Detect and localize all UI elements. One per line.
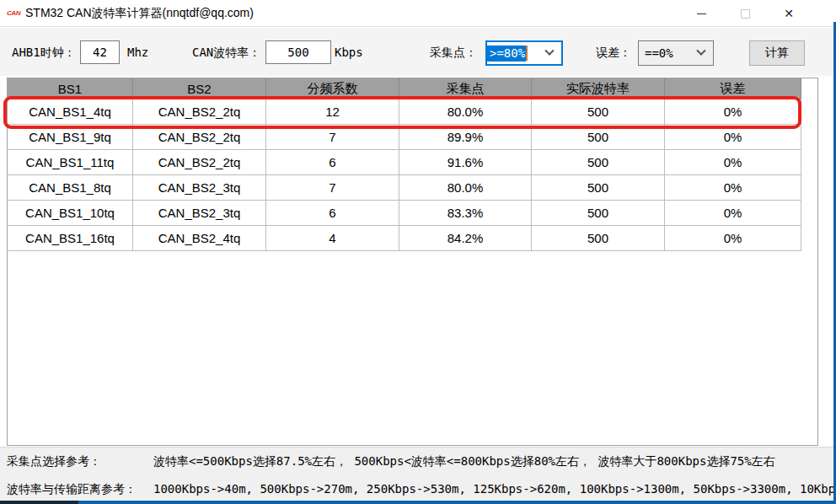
table-row[interactable]: CAN_BS1_9tq CAN_BS2_2tq 7 89.9% 500 0% [8, 125, 817, 150]
text-caret [526, 46, 528, 61]
cell-bs2: CAN_BS2_2tq [133, 125, 266, 150]
cell-prescaler: 7 [266, 125, 399, 150]
cell-bs1: CAN_BS1_10tq [8, 201, 133, 226]
footer-panel: 采集点选择参考： 波特率<=500Kbps选择87.5%左右， 500Kbps<… [0, 447, 836, 501]
header-error[interactable]: 误差 [665, 78, 801, 99]
app-window: CAN STM32 CAN波特率计算器(nnqtdf@qq.com) ✕ AHB… [0, 0, 836, 504]
cell-actual-baud: 500 [532, 226, 665, 251]
window-border-bottom-corner [0, 501, 78, 504]
cell-bs2: CAN_BS2_4tq [133, 226, 266, 251]
chevron-down-icon [544, 46, 554, 56]
header-bs1[interactable]: BS1 [8, 78, 133, 99]
header-sample-point[interactable]: 采集点 [399, 78, 532, 99]
cell-bs2: CAN_BS2_3tq [133, 175, 266, 201]
cell-sample-point: 89.9% [399, 125, 532, 150]
cell-sample-point: 84.2% [399, 226, 532, 251]
error-selected-value: ==0% [639, 46, 673, 60]
chevron-down-icon [696, 46, 705, 56]
can-baud-label: CAN波特率： [192, 46, 260, 61]
cell-bs2: CAN_BS2_3tq [133, 201, 266, 226]
table-header-row: BS1 BS2 分频系数 采集点 实际波特率 误差 [8, 78, 817, 99]
sample-point-label: 采集点： [430, 46, 477, 61]
cell-sample-point: 80.0% [399, 99, 532, 125]
can-logo-icon: CAN [5, 9, 22, 17]
window-title: STM32 CAN波特率计算器(nnqtdf@qq.com) [25, 6, 254, 21]
window-border-bottom [0, 501, 836, 504]
cell-error: 0% [665, 125, 801, 150]
cell-bs2: CAN_BS2_2tq [133, 150, 266, 175]
minimize-icon [697, 13, 706, 14]
cell-bs2: CAN_BS2_2tq [133, 99, 266, 125]
cell-bs1: CAN_BS1_4tq [8, 99, 133, 125]
results-table: BS1 BS2 分频系数 采集点 实际波特率 误差 CAN_BS1_4tq CA… [7, 78, 818, 446]
cell-error: 0% [665, 99, 801, 125]
window-controls: ✕ [679, 0, 811, 27]
header-prescaler[interactable]: 分频系数 [266, 78, 399, 99]
cell-actual-baud: 500 [532, 175, 665, 201]
table-row[interactable]: CAN_BS1_4tq CAN_BS2_2tq 12 80.0% 500 0% [8, 99, 817, 125]
ahb1-clock-label: AHB1时钟： [12, 46, 76, 61]
kbps-unit-label: Kbps [335, 46, 363, 59]
sample-point-dropdown[interactable]: >=80% [485, 40, 563, 66]
cell-prescaler: 4 [266, 226, 399, 251]
cell-actual-baud: 500 [532, 201, 665, 226]
cell-sample-point: 80.0% [399, 175, 532, 201]
distance-ref-label: 波特率与传输距离参考： [7, 482, 153, 497]
cell-actual-baud: 500 [532, 99, 665, 125]
distance-ref-text: 1000Kbps->40m, 500Kbps->270m, 250Kbps->5… [153, 482, 836, 497]
sample-point-selected-value: >=80% [487, 46, 526, 62]
close-button[interactable]: ✕ [767, 0, 811, 27]
maximize-icon [741, 9, 750, 19]
cell-sample-point: 83.3% [399, 201, 532, 226]
cell-error: 0% [665, 201, 801, 226]
cell-error: 0% [665, 150, 801, 175]
cell-prescaler: 7 [266, 175, 399, 201]
error-dropdown[interactable]: ==0% [638, 40, 714, 66]
cell-bs1: CAN_BS1_8tq [8, 175, 133, 201]
header-actual-baud[interactable]: 实际波特率 [532, 78, 665, 99]
ahb1-clock-input[interactable] [80, 40, 120, 64]
title-bar: CAN STM32 CAN波特率计算器(nnqtdf@qq.com) ✕ [0, 0, 836, 27]
header-bs2[interactable]: BS2 [133, 78, 266, 99]
table-row[interactable]: CAN_BS1_11tq CAN_BS2_2tq 6 91.6% 500 0% [8, 150, 817, 175]
distance-reference-line: 波特率与传输距离参考： 1000Kbps->40m, 500Kbps->270m… [7, 482, 836, 497]
cell-error: 0% [665, 175, 801, 201]
cell-bs1: CAN_BS1_16tq [8, 226, 133, 251]
mhz-unit-label: Mhz [127, 46, 148, 59]
table-row[interactable]: CAN_BS1_8tq CAN_BS2_3tq 7 80.0% 500 0% [8, 175, 817, 201]
maximize-button[interactable] [723, 0, 767, 27]
cell-actual-baud: 500 [532, 150, 665, 175]
error-label: 误差： [596, 46, 631, 61]
sample-ref-text: 波特率<=500Kbps选择87.5%左右， 500Kbps<波特率<=800K… [153, 454, 775, 469]
table-row[interactable]: CAN_BS1_10tq CAN_BS2_3tq 6 83.3% 500 0% [8, 201, 817, 226]
can-baud-input[interactable] [265, 40, 331, 64]
minimize-button[interactable] [679, 0, 723, 27]
close-icon: ✕ [784, 8, 794, 19]
sample-ref-label: 采集点选择参考： [7, 454, 153, 469]
calculate-button[interactable]: 计算 [749, 40, 805, 66]
cell-prescaler: 12 [266, 99, 399, 125]
table-row[interactable]: CAN_BS1_16tq CAN_BS2_4tq 4 84.2% 500 0% [8, 226, 817, 251]
cell-prescaler: 6 [266, 150, 399, 175]
cell-error: 0% [665, 226, 801, 251]
cell-sample-point: 91.6% [399, 150, 532, 175]
cell-prescaler: 6 [266, 201, 399, 226]
toolbar: AHB1时钟： Mhz CAN波特率： Kbps 采集点： >=80% 误差： … [0, 28, 836, 76]
sample-point-reference-line: 采集点选择参考： 波特率<=500Kbps选择87.5%左右， 500Kbps<… [7, 454, 775, 469]
cell-bs1: CAN_BS1_9tq [8, 125, 133, 150]
main-area: BS1 BS2 分频系数 采集点 实际波特率 误差 CAN_BS1_4tq CA… [0, 76, 836, 447]
cell-actual-baud: 500 [532, 125, 665, 150]
cell-bs1: CAN_BS1_11tq [8, 150, 133, 175]
